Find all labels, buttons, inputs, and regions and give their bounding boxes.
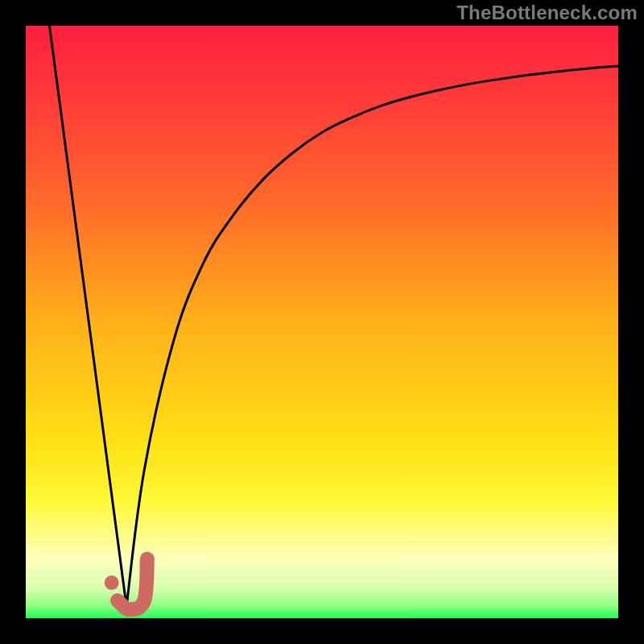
curve-left bbox=[49, 26, 126, 606]
plot-area bbox=[26, 26, 618, 618]
chart-frame: TheBottleneck.com bbox=[0, 0, 644, 644]
curve-layer bbox=[26, 26, 618, 618]
watermark-text: TheBottleneck.com bbox=[456, 2, 638, 24]
marker-dot bbox=[105, 576, 119, 590]
curve-right bbox=[126, 66, 618, 606]
